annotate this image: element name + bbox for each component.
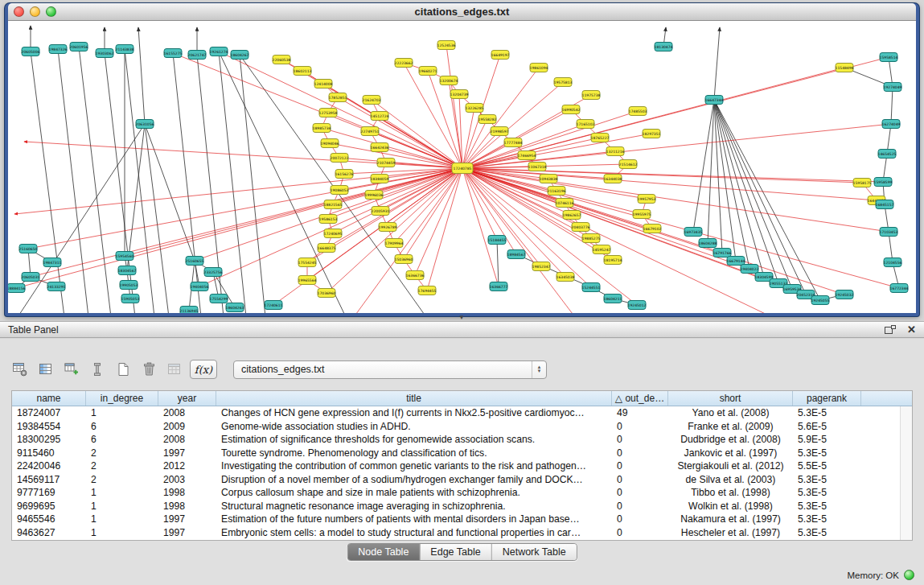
graph-node[interactable]: 18297351	[643, 130, 661, 138]
table-row[interactable]: 1456911722003Disruption of a novel membe…	[12, 473, 912, 487]
merge-tables-button[interactable]	[164, 359, 185, 380]
row-options-button[interactable]	[87, 359, 108, 380]
graph-node[interactable]: 18604211	[604, 295, 622, 303]
graph-node[interactable]: 18384059	[371, 175, 389, 183]
graph-node[interactable]: 17554245	[298, 258, 317, 267]
graph-node[interactable]: 17694455	[418, 286, 437, 295]
graph-node[interactable]: 22749751	[361, 127, 380, 136]
graph-node[interactable]: 18884156	[8, 284, 26, 293]
graph-node[interactable]: 19586153	[319, 215, 338, 224]
graph-node[interactable]: 19847311	[43, 258, 62, 267]
graph-node[interactable]: 17240611	[265, 301, 283, 310]
graph-node[interactable]: 16791766	[713, 249, 732, 257]
table-row[interactable]: 911546021997Tourette syndrome. Phenomeno…	[12, 447, 912, 460]
tab-node-table[interactable]: Node Table	[347, 544, 420, 560]
zoom-window-button[interactable]	[46, 6, 56, 17]
graph-node[interactable]: 17240785	[452, 163, 473, 174]
graph-node[interactable]: 19885275	[582, 234, 601, 243]
graph-node[interactable]: 12104556	[884, 258, 902, 267]
graph-node[interactable]: 19862657	[563, 211, 581, 220]
close-window-button[interactable]	[14, 6, 24, 17]
graph-node[interactable]: 17466954	[518, 151, 536, 160]
graph-node[interactable]: 21143838	[116, 45, 134, 54]
graph-node[interactable]: 17103453	[880, 228, 898, 237]
graph-node[interactable]: 17554299	[210, 295, 228, 303]
graph-node[interactable]: 21163196	[548, 187, 566, 196]
graph-node[interactable]: 21074459	[377, 159, 396, 167]
graph-node[interactable]: 15958175	[853, 179, 872, 187]
graph-node[interactable]: 19404056	[191, 282, 209, 291]
fx-button[interactable]: f(x)	[190, 360, 217, 379]
graph-node[interactable]: 16156276	[335, 170, 354, 179]
table-settings-button[interactable]	[10, 359, 31, 380]
network-select[interactable]: citations_edges.txt ▲▼	[233, 360, 547, 379]
graph-node[interactable]: 17777484	[504, 138, 523, 147]
graph-node[interactable]: 18821565	[324, 200, 343, 209]
graph-node[interactable]: 18985734	[313, 124, 331, 133]
graph-node[interactable]: 15184455	[488, 236, 507, 245]
graph-node[interactable]: 19957953	[638, 195, 656, 204]
window-titlebar[interactable]: citations_edges.txt	[8, 3, 916, 21]
graph-node[interactable]: 25160655	[186, 257, 204, 266]
graph-node[interactable]: 18130474	[655, 43, 673, 51]
graph-node[interactable]: 12524536	[437, 41, 456, 50]
graph-node[interactable]: 17036960	[318, 289, 336, 298]
graph-node[interactable]: 13200674	[440, 76, 458, 85]
graph-node[interactable]: 21514612	[619, 160, 638, 169]
graph-node[interactable]: 22005931	[372, 207, 390, 216]
column-header-year[interactable]: year	[158, 391, 216, 406]
graph-node[interactable]: 13226285	[466, 104, 484, 113]
graph-node[interactable]: 20621747	[188, 51, 207, 60]
graph-node[interactable]: 16366777	[490, 282, 508, 291]
graph-node[interactable]: 16990542	[562, 105, 581, 114]
graph-node[interactable]: 22223662	[395, 59, 413, 68]
graph-node[interactable]: 17165102	[577, 120, 595, 129]
import-table-button[interactable]	[61, 359, 82, 380]
graph-node[interactable]: 19852347	[532, 262, 551, 271]
graph-node[interactable]: 20601956	[70, 43, 88, 51]
graph-node[interactable]: 16649197	[491, 51, 510, 60]
delete-table-button[interactable]	[138, 359, 159, 380]
graph-node[interactable]: 19245032	[836, 290, 854, 299]
graph-node[interactable]: 13211216	[606, 147, 625, 156]
graph-node[interactable]: 16647344	[705, 96, 724, 105]
graph-node[interactable]: 19996036	[365, 191, 384, 200]
graph-node[interactable]: 19955975	[633, 210, 651, 219]
network-canvas[interactable]: 1724078522060538186021131241400817852851…	[8, 21, 916, 313]
graph-node[interactable]: 13204739	[450, 90, 469, 99]
graph-node[interactable]: 11975738	[582, 91, 601, 100]
table-row[interactable]: 977716911998Corpus callosum shape and si…	[12, 486, 912, 500]
graph-node[interactable]: 16274049	[882, 120, 901, 129]
graph-node[interactable]: 15244551	[582, 283, 601, 292]
graph-node[interactable]: 10746116	[556, 199, 574, 208]
minimize-window-button[interactable]	[30, 6, 40, 17]
graph-node[interactable]: 21136945	[180, 307, 199, 314]
tab-edge-table[interactable]: Edge Table	[420, 544, 491, 560]
graph-node[interactable]: 19261274	[210, 47, 228, 56]
graph-node[interactable]: 20631056	[136, 120, 154, 129]
graph-node[interactable]: 16679102	[643, 225, 662, 233]
graph-node[interactable]: 16642436	[371, 143, 389, 152]
graph-node[interactable]: 19660271	[419, 67, 437, 76]
network-canvas-svg[interactable]: 1724078522060538186021131241400817852851…	[8, 21, 916, 313]
graph-node[interactable]: 18604288	[699, 239, 717, 248]
table-scrollbar[interactable]	[900, 406, 912, 540]
graph-node[interactable]: 20403776	[572, 223, 590, 232]
graph-node[interactable]: 17485503	[629, 107, 647, 116]
graph-node[interactable]: 18765227	[591, 134, 610, 142]
table-row[interactable]: 969969511998Structural magnetic resonanc…	[12, 500, 912, 513]
graph-node[interactable]: 16345038	[556, 273, 575, 282]
graph-node[interactable]: 20605006	[22, 47, 40, 56]
graph-node[interactable]: 15905053	[121, 295, 140, 303]
graph-node[interactable]: 19905053	[120, 281, 138, 290]
graph-node[interactable]: 14595247	[593, 245, 611, 254]
graph-node[interactable]: 16679144	[727, 257, 745, 266]
graph-node[interactable]: 18604267	[231, 51, 249, 60]
graph-node[interactable]: 19558282	[478, 115, 497, 124]
graph-node[interactable]: 16772344	[890, 284, 909, 293]
graph-node[interactable]: 10943838	[540, 175, 558, 183]
graph-node[interactable]: 11067318	[528, 163, 547, 171]
graph-node[interactable]: 17852851	[329, 93, 347, 102]
graph-node[interactable]: 25160650	[19, 245, 38, 253]
table-row[interactable]: 1938455462009Genome-wide association stu…	[12, 420, 912, 434]
